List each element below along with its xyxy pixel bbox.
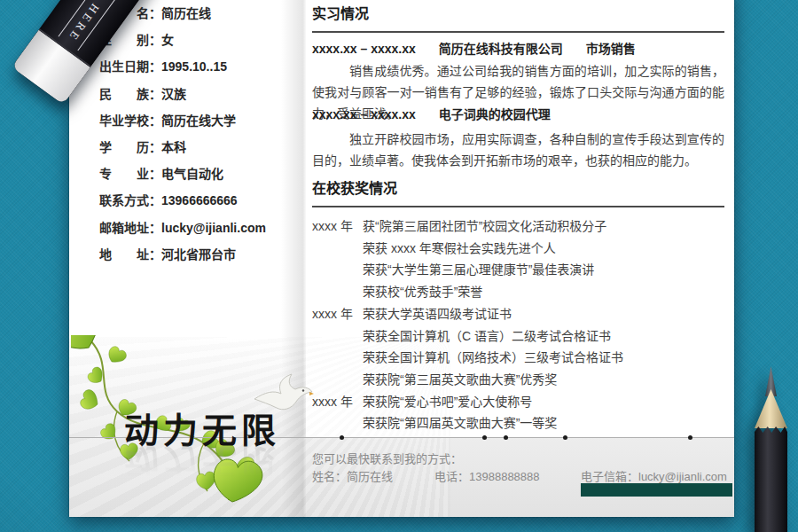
- award-item: 荣获院“爱心书吧”爱心大使称号: [363, 391, 724, 413]
- divider-dot: [688, 435, 692, 440]
- pencil-wood: [755, 389, 787, 428]
- profile-row-phone: 联系方式：13966666666: [99, 187, 266, 214]
- award-group: xxxx 年 荣获大学英语四级考试证书 荣获全国计算机（C 语言）二级考试合格证…: [312, 303, 724, 391]
- award-item: 荣获 xxxx 年寒假社会实践先进个人: [363, 238, 724, 260]
- profile-value: 汉族: [161, 87, 186, 101]
- profile-label: 民 族：: [99, 87, 161, 101]
- award-item: 荣获大学英语四级考试证书: [363, 303, 724, 325]
- section-title-awards: 在校获奖情况: [312, 180, 724, 207]
- profile-value: 13966666666: [161, 193, 238, 207]
- profile-row-address: 地 址：河北省邢台市: [99, 241, 266, 268]
- slogan-reflection: 动力无限: [124, 440, 280, 489]
- award-item: 荣获校“优秀鼓手”荣誉: [363, 281, 724, 303]
- profile-value: 简历在线: [161, 6, 211, 20]
- profile-value: 本科: [161, 140, 186, 154]
- internship-entry-2-heading: xxxx.xx – xxxx.xx电子词典的校园代理: [312, 105, 724, 124]
- footer-contact-intro: 您可以最快联系到我的方式：: [312, 450, 462, 466]
- footer-contact-name: 姓名：简历在线: [312, 467, 393, 484]
- profile-label: 学 历：: [99, 140, 161, 154]
- profile-label: 毕业学校：: [99, 113, 161, 128]
- profile-label: 地 址：: [99, 247, 161, 262]
- profile-label: 专 业：: [99, 167, 161, 181]
- award-item: 荣获院“第四届英文歌曲大赛”一等奖: [363, 412, 724, 434]
- profile-label: 出生日期：: [99, 59, 161, 74]
- profile-value: 女: [161, 33, 174, 47]
- internship-entry-1-heading: xxxx.xx – xxxx.xx简历在线科技有限公司市场销售: [312, 39, 724, 59]
- divider-dot: [504, 435, 508, 440]
- award-item: 荣获院“第三届英文歌曲大赛”优秀奖: [363, 369, 724, 391]
- divider-dot: [340, 435, 344, 440]
- footer-contact-email: 电子信箱：lucky@ijianli.com: [581, 467, 727, 484]
- award-item: 获“院第三届团社团节”校园文化活动积极分子: [363, 215, 724, 238]
- award-item: 荣获全国计算机（网络技术）三级考试合格证书: [363, 347, 724, 369]
- internship-entry-2-description: 独立开辟校园市场，应用实际调查，各种自制的宣传手段达到宣传的目的，业绩卓著。使我…: [312, 129, 724, 171]
- profile-label: 联系方式：: [99, 193, 161, 207]
- award-group: xxxx 年 荣获院“爱心书吧”爱心大使称号 荣获院“第四届英文歌曲大赛”一等奖: [312, 391, 724, 434]
- entry-role: 市场销售: [586, 42, 636, 56]
- footer-contact-phone: 电话：13988888888: [434, 467, 540, 484]
- award-group: xxxx 年 获“院第三届团社团节”校园文化活动积极分子 荣获 xxxx 年寒假…: [312, 215, 724, 303]
- profile-value: 1995.10..15: [161, 59, 227, 74]
- dove-icon: [251, 372, 315, 419]
- resume-sheet: 姓 名：简历在线 性 别：女 出生日期：1995.10..15 民 族：汉族 毕…: [69, 0, 734, 517]
- profile-value: lucky@ijianli.com: [161, 221, 266, 235]
- profile-row-birthdate: 出生日期：1995.10..15: [99, 53, 266, 80]
- entry-period: xxxx.xx – xxxx.xx: [312, 42, 416, 56]
- profile-value: 简历在线大学: [161, 113, 236, 128]
- divider-dot: [482, 435, 487, 440]
- pencil-body: [755, 425, 787, 532]
- profile-label: 邮箱地址：: [99, 221, 161, 235]
- award-year: xxxx 年: [312, 391, 363, 434]
- profile-row-major: 专 业：电气自动化: [99, 160, 266, 187]
- divider-dot: [563, 435, 567, 440]
- section-title-internship: 实习情况: [312, 5, 724, 33]
- award-item: 荣获“大学生第三届心理健康节”最佳表演讲: [363, 259, 724, 281]
- profile-row-email: 邮箱地址：lucky@ijianli.com: [99, 215, 266, 241]
- pencil-decoration: [755, 366, 787, 532]
- entry-period: xxxx.xx – xxxx.xx: [312, 107, 416, 121]
- award-year: xxxx 年: [312, 303, 363, 391]
- footer-accent-bar: [581, 483, 732, 497]
- awards-list: xxxx 年 获“院第三届团社团节”校园文化活动积极分子 荣获 xxxx 年寒假…: [312, 215, 724, 434]
- entry-organization: 电子词典的校园代理: [439, 107, 551, 121]
- profile-info-list: 姓 名：简历在线 性 别：女 出生日期：1995.10..15 民 族：汉族 毕…: [99, 0, 266, 268]
- profile-row-degree: 学 历：本科: [99, 134, 266, 160]
- award-year: xxxx 年: [312, 215, 363, 303]
- profile-row-ethnicity: 民 族：汉族: [99, 81, 266, 107]
- profile-value: 电气自动化: [161, 167, 223, 181]
- profile-row-school: 毕业学校：简历在线大学: [99, 107, 266, 134]
- resume-wallpaper: 姓 名：简历在线 性 别：女 出生日期：1995.10..15 民 族：汉族 毕…: [0, 0, 798, 532]
- profile-row-gender: 性 别：女: [99, 27, 266, 53]
- award-item: 荣获全国计算机（C 语言）二级考试合格证书: [363, 325, 724, 348]
- entry-organization: 简历在线科技有限公司: [439, 42, 563, 56]
- profile-value: 河北省邢台市: [161, 247, 236, 262]
